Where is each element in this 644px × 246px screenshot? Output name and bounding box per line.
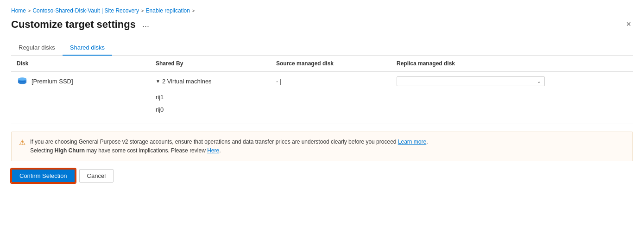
tab-regular-disks[interactable]: Regular disks [11,40,63,56]
high-churn-label: High Churn [55,147,85,154]
source-managed-cell: - | [276,78,397,85]
svg-point-4 [18,77,26,80]
vm-label-rij0: rij0 [156,105,276,114]
table-section: Disk Shared By Source managed disk Repli… [11,56,633,116]
page-container: Home > Contoso-Shared-Disk-Vault | Site … [0,0,644,190]
breadcrumb-sep-3: > [192,8,195,13]
col-replica-disk: Replica managed disk [397,60,627,67]
close-icon[interactable]: × [624,18,633,31]
warning-text-part4: . [219,147,221,154]
replica-managed-disk-dropdown[interactable]: ⌄ [397,76,545,86]
breadcrumb-vault[interactable]: Contoso-Shared-Disk-Vault | Site Recover… [32,7,139,14]
warning-text: If you are choosing General Purpose v2 s… [30,138,428,155]
warning-text-part2: . [426,139,428,145]
more-options-icon[interactable]: ... [139,19,152,30]
disk-label: [Premium SSD] [32,78,73,85]
shared-by-label: 2 Virtual machines [162,78,212,85]
tab-shared-disks[interactable]: Shared disks [63,40,112,56]
divider [11,124,633,124]
disk-stack-icon [17,77,28,86]
warning-section: ⚠ If you are choosing General Purpose v2… [11,132,633,161]
cancel-button[interactable]: Cancel [79,169,114,183]
shared-by-cell: ▼ 2 Virtual machines [156,78,276,85]
sub-row-rij1: rij1 [11,91,633,103]
col-disk: Disk [17,60,156,67]
page-title: Customize target settings [11,19,136,31]
here-link[interactable]: Here [207,147,219,154]
warning-text-part3: may have some cost implications. Please … [85,147,207,154]
actions-row: Confirm Selection Cancel [11,169,633,183]
warning-text-part1: If you are choosing General Purpose v2 s… [30,139,398,145]
breadcrumb-home[interactable]: Home [11,7,26,14]
sub-row-rij0: rij0 [11,103,633,116]
col-source-disk: Source managed disk [276,60,397,67]
breadcrumb: Home > Contoso-Shared-Disk-Vault | Site … [11,7,633,14]
learn-more-link[interactable]: Learn more [398,139,426,145]
warning-icon: ⚠ [19,138,25,147]
breadcrumb-enable-replication[interactable]: Enable replication [146,7,190,14]
table-row: [Premium SSD] ▼ 2 Virtual machines - | ⌄ [11,72,633,116]
breadcrumb-sep-1: > [28,8,31,13]
vm-label-rij1: rij1 [156,93,276,101]
replica-dropdown-cell: ⌄ [397,76,627,86]
breadcrumb-sep-2: > [141,8,144,13]
dropdown-arrow-icon: ⌄ [537,79,541,84]
tabs-row: Regular disks Shared disks [11,40,633,56]
source-disk-value: - | [276,78,281,85]
confirm-selection-button[interactable]: Confirm Selection [11,169,76,183]
disk-row-main: [Premium SSD] ▼ 2 Virtual machines - | ⌄ [11,72,633,91]
disk-cell: [Premium SSD] [17,77,156,86]
title-row: Customize target settings ... [11,19,152,31]
table-header: Disk Shared By Source managed disk Repli… [11,56,633,72]
warning-text-selecting: Selecting [30,147,55,154]
triangle-icon: ▼ [156,79,160,84]
svg-point-2 [18,81,26,84]
col-shared-by: Shared By [156,60,276,67]
header-row: Customize target settings ... × [11,18,633,31]
